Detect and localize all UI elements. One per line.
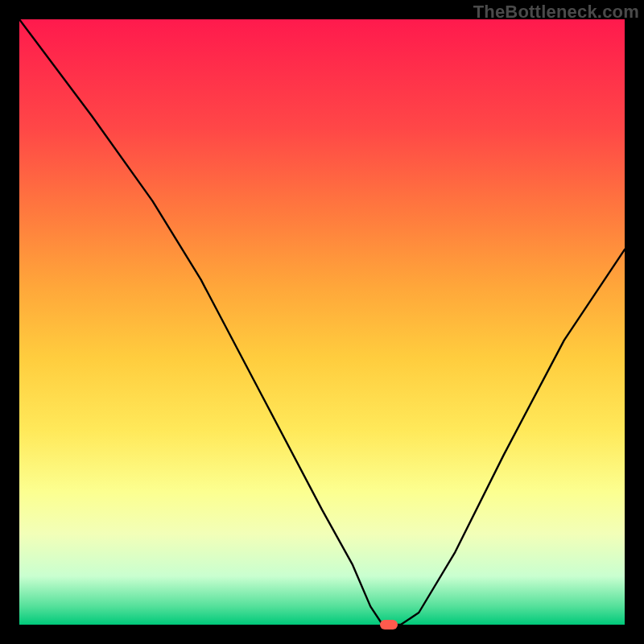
optimal-point-marker (380, 620, 398, 630)
chart-plot-area (19, 19, 625, 625)
site-watermark: TheBottleneck.com (473, 2, 639, 23)
bottleneck-curve (19, 19, 625, 625)
